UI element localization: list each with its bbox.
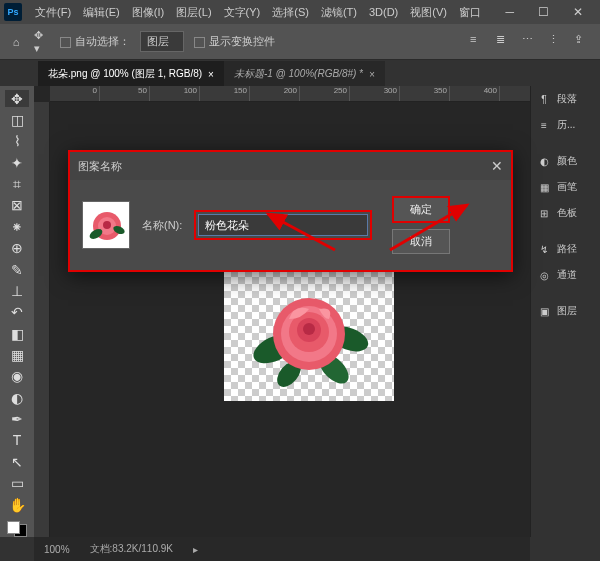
share-icon[interactable]: ⇪ bbox=[574, 33, 592, 51]
cancel-button[interactable]: 取消 bbox=[392, 229, 450, 254]
home-icon[interactable]: ⌂ bbox=[8, 34, 24, 50]
panel-swatch[interactable]: ⊞色板 bbox=[531, 200, 600, 226]
menu-bar: Ps 文件(F) 编辑(E) 图像(I) 图层(L) 文字(Y) 选择(S) 滤… bbox=[0, 0, 600, 24]
minimize-icon[interactable]: ─ bbox=[500, 5, 519, 19]
close-tab-icon[interactable]: × bbox=[208, 69, 214, 80]
panel-color[interactable]: ◐颜色 bbox=[531, 148, 600, 174]
heal-tool[interactable]: ⊕ bbox=[5, 240, 29, 257]
ruler-vertical bbox=[34, 102, 50, 537]
pattern-name-input[interactable] bbox=[198, 214, 368, 236]
stamp-tool[interactable]: ⊥ bbox=[5, 282, 29, 299]
ps-logo: Ps bbox=[4, 3, 22, 21]
svg-point-11 bbox=[103, 221, 111, 229]
path-tool[interactable]: ↖ bbox=[5, 453, 29, 470]
tab-untitled[interactable]: 未标题-1 @ 100%(RGB/8#) *× bbox=[224, 61, 385, 86]
paragraph-icon: ¶ bbox=[537, 92, 551, 106]
panel-layer[interactable]: ▣图层 bbox=[531, 298, 600, 324]
marquee-tool[interactable]: ◫ bbox=[5, 111, 29, 128]
lasso-tool[interactable]: ⌇ bbox=[5, 133, 29, 150]
menu-view[interactable]: 视图(V) bbox=[405, 5, 452, 20]
name-label: 名称(N): bbox=[142, 218, 182, 233]
menu-type[interactable]: 文字(Y) bbox=[219, 5, 266, 20]
eyedropper-tool[interactable]: ⁕ bbox=[5, 218, 29, 235]
svg-point-8 bbox=[303, 323, 315, 335]
options-bar: ⌂ ✥ ▾ 自动选择： 图层 显示变换控件 ≡ ≣ ⋯ ⋮ ⇪ bbox=[0, 24, 600, 60]
menu-window[interactable]: 窗口 bbox=[454, 5, 486, 20]
move-tool[interactable]: ✥ bbox=[5, 90, 29, 107]
eraser-tool[interactable]: ◧ bbox=[5, 325, 29, 342]
crop-tool[interactable]: ⌗ bbox=[5, 175, 29, 192]
auto-select-check[interactable]: 自动选择： bbox=[60, 34, 130, 49]
panel-brush[interactable]: ▦画笔 bbox=[531, 174, 600, 200]
menu-3d[interactable]: 3D(D) bbox=[364, 6, 403, 18]
color-icon: ◐ bbox=[537, 154, 551, 168]
channel-icon: ◎ bbox=[537, 268, 551, 282]
ruler-horizontal: 050100150200250300350400 bbox=[50, 86, 530, 102]
frame-tool[interactable]: ⊠ bbox=[5, 197, 29, 214]
menu-image[interactable]: 图像(I) bbox=[127, 5, 169, 20]
doc-size: 文档:83.2K/110.9K bbox=[90, 542, 173, 556]
pen-tool[interactable]: ✒ bbox=[5, 410, 29, 427]
type-tool[interactable]: T bbox=[5, 432, 29, 449]
history-icon: ≡ bbox=[537, 118, 551, 132]
pattern-thumbnail bbox=[82, 201, 130, 249]
tab-flower[interactable]: 花朵.png @ 100% (图层 1, RGB/8)× bbox=[38, 61, 224, 86]
wand-tool[interactable]: ✦ bbox=[5, 154, 29, 171]
panels: ¶段落 ≡历... ◐颜色 ▦画笔 ⊞色板 ↯路径 ◎通道 ▣图层 bbox=[530, 86, 600, 537]
ok-button[interactable]: 确定 bbox=[392, 196, 450, 223]
document-tabs: 花朵.png @ 100% (图层 1, RGB/8)× 未标题-1 @ 100… bbox=[0, 60, 600, 86]
menu-filter[interactable]: 滤镜(T) bbox=[316, 5, 362, 20]
history-brush-tool[interactable]: ↶ bbox=[5, 304, 29, 321]
swatch-icon: ⊞ bbox=[537, 206, 551, 220]
dialog-titlebar[interactable]: 图案名称 ✕ bbox=[70, 152, 511, 180]
gradient-tool[interactable]: ▦ bbox=[5, 346, 29, 363]
show-transform-check[interactable]: 显示变换控件 bbox=[194, 34, 275, 49]
auto-select-dropdown[interactable]: 图层 bbox=[140, 31, 184, 52]
menu-select[interactable]: 选择(S) bbox=[267, 5, 314, 20]
dialog-title: 图案名称 bbox=[78, 159, 122, 174]
menu-edit[interactable]: 编辑(E) bbox=[78, 5, 125, 20]
status-bar: 100% 文档:83.2K/110.9K ▸ bbox=[34, 537, 530, 561]
toolbox: ✥ ◫ ⌇ ✦ ⌗ ⊠ ⁕ ⊕ ✎ ⊥ ↶ ◧ ▦ ◉ ◐ ✒ T ↖ ▭ ✋ bbox=[0, 86, 34, 537]
distribute-icon[interactable]: ⋯ bbox=[522, 33, 540, 51]
rose-image bbox=[224, 256, 394, 401]
dialog-close-icon[interactable]: ✕ bbox=[491, 158, 503, 174]
color-swatch[interactable] bbox=[7, 521, 27, 537]
shape-tool[interactable]: ▭ bbox=[5, 474, 29, 491]
hand-tool[interactable]: ✋ bbox=[5, 496, 29, 513]
panel-history[interactable]: ≡历... bbox=[531, 112, 600, 138]
layer-icon: ▣ bbox=[537, 304, 551, 318]
blur-tool[interactable]: ◉ bbox=[5, 368, 29, 385]
status-chevron-icon[interactable]: ▸ bbox=[193, 544, 198, 555]
brush-icon: ▦ bbox=[537, 180, 551, 194]
maximize-icon[interactable]: ☐ bbox=[533, 5, 554, 19]
path-icon: ↯ bbox=[537, 242, 551, 256]
panel-channel[interactable]: ◎通道 bbox=[531, 262, 600, 288]
menu-layer[interactable]: 图层(L) bbox=[171, 5, 216, 20]
panel-paragraph[interactable]: ¶段落 bbox=[531, 86, 600, 112]
more-icon[interactable]: ⋮ bbox=[548, 33, 566, 51]
pattern-name-dialog: 图案名称 ✕ 名称(N): 确定 取消 bbox=[68, 150, 513, 272]
align2-icon[interactable]: ≣ bbox=[496, 33, 514, 51]
move-tool-icon: ✥ ▾ bbox=[34, 34, 50, 50]
menu-file[interactable]: 文件(F) bbox=[30, 5, 76, 20]
close-icon[interactable]: ✕ bbox=[568, 5, 588, 19]
panel-path[interactable]: ↯路径 bbox=[531, 236, 600, 262]
dodge-tool[interactable]: ◐ bbox=[5, 389, 29, 406]
zoom-level[interactable]: 100% bbox=[44, 544, 70, 555]
brush-tool[interactable]: ✎ bbox=[5, 261, 29, 278]
close-tab-icon[interactable]: × bbox=[369, 69, 375, 80]
document[interactable] bbox=[224, 256, 394, 401]
align-icon[interactable]: ≡ bbox=[470, 33, 488, 51]
